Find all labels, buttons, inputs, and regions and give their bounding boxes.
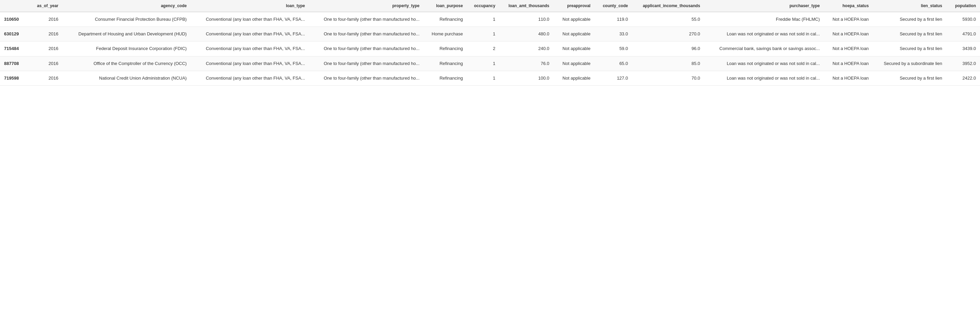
- cell-population: 4791.0: [947, 27, 980, 42]
- cell-population: 5930.0: [947, 12, 980, 27]
- column-header-agency_code[interactable]: agency_code: [62, 0, 191, 12]
- cell-loan_type: Conventional (any loan other than FHA, V…: [191, 27, 309, 42]
- cell-applicant_income_thousands: 55.0: [632, 12, 704, 27]
- cell-hoepa_status: Not a HOEPA loan: [824, 27, 873, 42]
- cell-loan_purpose: Refinancing: [424, 42, 467, 56]
- cell-as_of_year: 2016: [30, 27, 62, 42]
- cell-lien_status: Secured by a first lien: [873, 27, 947, 42]
- cell-county_code: 65.0: [595, 56, 632, 71]
- cell-loan_purpose: Refinancing: [424, 12, 467, 27]
- column-header-hoepa_status[interactable]: hoepa_status: [824, 0, 873, 12]
- cell-preapproval: Not applicable: [553, 12, 594, 27]
- cell-id: 310650: [0, 12, 30, 27]
- cell-preapproval: Not applicable: [553, 27, 594, 42]
- column-header-lien_status[interactable]: lien_status: [873, 0, 947, 12]
- cell-purchaser_type: Loan was not originated or was not sold …: [704, 56, 824, 71]
- cell-hoepa_status: Not a HOEPA loan: [824, 12, 873, 27]
- table-row: 7154842016Federal Deposit Insurance Corp…: [0, 42, 980, 56]
- cell-as_of_year: 2016: [30, 12, 62, 27]
- cell-loan_type: Conventional (any loan other than FHA, V…: [191, 12, 309, 27]
- cell-property_type: One to four-family (other than manufactu…: [309, 71, 423, 85]
- column-header-county_code[interactable]: county_code: [595, 0, 632, 12]
- cell-preapproval: Not applicable: [553, 42, 594, 56]
- cell-purchaser_type: Freddie Mac (FHLMC): [704, 12, 824, 27]
- cell-agency_code: Department of Housing and Urban Developm…: [62, 27, 191, 42]
- cell-loan_type: Conventional (any loan other than FHA, V…: [191, 42, 309, 56]
- table-row: 7195982016National Credit Union Administ…: [0, 71, 980, 85]
- cell-applicant_income_thousands: 270.0: [632, 27, 704, 42]
- cell-lien_status: Secured by a subordinate lien: [873, 56, 947, 71]
- cell-purchaser_type: Commercial bank, savings bank or savings…: [704, 42, 824, 56]
- cell-population: 3952.0: [947, 56, 980, 71]
- cell-as_of_year: 2016: [30, 56, 62, 71]
- cell-applicant_income_thousands: 85.0: [632, 56, 704, 71]
- cell-lien_status: Secured by a first lien: [873, 42, 947, 56]
- table-row: 6301292016Department of Housing and Urba…: [0, 27, 980, 42]
- column-header-loan_purpose[interactable]: loan_purpose: [424, 0, 467, 12]
- cell-lien_status: Secured by a first lien: [873, 12, 947, 27]
- cell-county_code: 59.0: [595, 42, 632, 56]
- cell-as_of_year: 2016: [30, 71, 62, 85]
- cell-preapproval: Not applicable: [553, 71, 594, 85]
- cell-loan_purpose: Refinancing: [424, 56, 467, 71]
- data-table: as_of_yearagency_codeloan_typeproperty_t…: [0, 0, 980, 86]
- cell-agency_code: National Credit Union Administration (NC…: [62, 71, 191, 85]
- column-header-loan_type[interactable]: loan_type: [191, 0, 309, 12]
- column-header-loan_amt_thousands[interactable]: loan_amt_thousands: [500, 0, 554, 12]
- cell-hoepa_status: Not a HOEPA loan: [824, 42, 873, 56]
- column-header-population[interactable]: population: [947, 0, 980, 12]
- cell-occupancy: 2: [467, 42, 500, 56]
- cell-county_code: 119.0: [595, 12, 632, 27]
- cell-purchaser_type: Loan was not originated or was not sold …: [704, 27, 824, 42]
- cell-county_code: 127.0: [595, 71, 632, 85]
- main-table-container: as_of_yearagency_codeloan_typeproperty_t…: [0, 0, 980, 86]
- cell-loan_amt_thousands: 110.0: [500, 12, 554, 27]
- cell-loan_amt_thousands: 100.0: [500, 71, 554, 85]
- column-header-occupancy[interactable]: occupancy: [467, 0, 500, 12]
- cell-occupancy: 1: [467, 71, 500, 85]
- column-header-purchaser_type[interactable]: purchaser_type: [704, 0, 824, 12]
- cell-loan_type: Conventional (any loan other than FHA, V…: [191, 56, 309, 71]
- cell-property_type: One to four-family (other than manufactu…: [309, 12, 423, 27]
- cell-population: 2422.0: [947, 71, 980, 85]
- cell-purchaser_type: Loan was not originated or was not sold …: [704, 71, 824, 85]
- cell-property_type: One to four-family (other than manufactu…: [309, 27, 423, 42]
- cell-occupancy: 1: [467, 27, 500, 42]
- cell-as_of_year: 2016: [30, 42, 62, 56]
- cell-loan_type: Conventional (any loan other than FHA, V…: [191, 71, 309, 85]
- cell-lien_status: Secured by a first lien: [873, 71, 947, 85]
- cell-property_type: One to four-family (other than manufactu…: [309, 56, 423, 71]
- cell-preapproval: Not applicable: [553, 56, 594, 71]
- cell-agency_code: Consumer Financial Protection Bureau (CF…: [62, 12, 191, 27]
- table-header: as_of_yearagency_codeloan_typeproperty_t…: [0, 0, 980, 12]
- cell-id: 719598: [0, 71, 30, 85]
- column-header-as_of_year[interactable]: as_of_year: [30, 0, 62, 12]
- cell-id: 630129: [0, 27, 30, 42]
- cell-population: 3439.0: [947, 42, 980, 56]
- cell-occupancy: 1: [467, 12, 500, 27]
- table-row: 3106502016Consumer Financial Protection …: [0, 12, 980, 27]
- cell-id: 887708: [0, 56, 30, 71]
- cell-applicant_income_thousands: 70.0: [632, 71, 704, 85]
- cell-property_type: One to four-family (other than manufactu…: [309, 42, 423, 56]
- cell-hoepa_status: Not a HOEPA loan: [824, 71, 873, 85]
- column-header-applicant_income_thousands[interactable]: applicant_income_thousands: [632, 0, 704, 12]
- table-row: 8877082016Office of the Comptroller of t…: [0, 56, 980, 71]
- cell-hoepa_status: Not a HOEPA loan: [824, 56, 873, 71]
- table-body: 3106502016Consumer Financial Protection …: [0, 12, 980, 85]
- cell-occupancy: 1: [467, 56, 500, 71]
- cell-loan_purpose: Refinancing: [424, 71, 467, 85]
- cell-loan_amt_thousands: 480.0: [500, 27, 554, 42]
- cell-loan_amt_thousands: 76.0: [500, 56, 554, 71]
- cell-loan_purpose: Home purchase: [424, 27, 467, 42]
- column-header-id[interactable]: [0, 0, 30, 12]
- header-row: as_of_yearagency_codeloan_typeproperty_t…: [0, 0, 980, 12]
- cell-agency_code: Office of the Comptroller of the Currenc…: [62, 56, 191, 71]
- cell-applicant_income_thousands: 96.0: [632, 42, 704, 56]
- cell-county_code: 33.0: [595, 27, 632, 42]
- cell-agency_code: Federal Deposit Insurance Corporation (F…: [62, 42, 191, 56]
- cell-id: 715484: [0, 42, 30, 56]
- column-header-property_type[interactable]: property_type: [309, 0, 423, 12]
- column-header-preapproval[interactable]: preapproval: [553, 0, 594, 12]
- cell-loan_amt_thousands: 240.0: [500, 42, 554, 56]
